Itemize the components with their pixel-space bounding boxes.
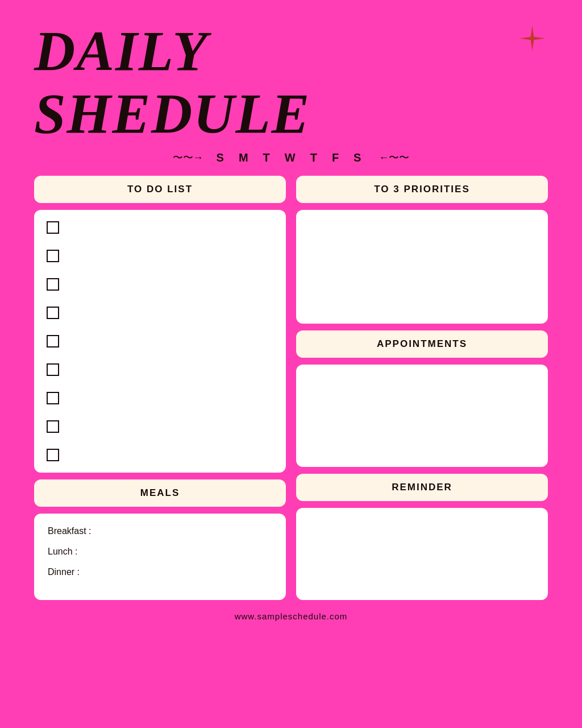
- checkbox-row-7: [47, 392, 273, 404]
- main-content: TO DO LIST MEALS Breakfast : Lunch : Din…: [34, 176, 548, 600]
- appointments-header: APPOINTMENTS: [296, 330, 548, 358]
- todo-items-box: [34, 210, 286, 473]
- page: DAILY SHEDULE 〜〜→ S M T W T F S ←〜〜 TO D…: [0, 0, 582, 728]
- day-s1: S: [217, 151, 228, 164]
- footer: www.sampleschedule.com: [34, 611, 548, 621]
- priorities-header: TO 3 PRIORITIES: [296, 176, 548, 203]
- checkbox-4[interactable]: [47, 307, 59, 319]
- checkbox-row-1: [47, 221, 273, 234]
- right-column: TO 3 PRIORITIES APPOINTMENTS REMINDER: [296, 176, 548, 600]
- title-line2: SHEDULE: [34, 85, 548, 142]
- checkbox-9[interactable]: [47, 449, 59, 461]
- title-line1: DAILY: [34, 23, 548, 80]
- checkbox-row-8: [47, 420, 273, 433]
- wave-left-icon: 〜〜→: [173, 151, 203, 164]
- appointments-content-box: [296, 365, 548, 467]
- checkbox-1[interactable]: [47, 221, 59, 234]
- meals-content-box: Breakfast : Lunch : Dinner :: [34, 514, 286, 600]
- days-row: 〜〜→ S M T W T F S ←〜〜: [34, 151, 548, 164]
- checkbox-row-9: [47, 449, 273, 461]
- checkbox-5[interactable]: [47, 335, 59, 348]
- checkbox-row-5: [47, 335, 273, 348]
- day-t1: T: [263, 151, 275, 164]
- reminder-content-box: [296, 508, 548, 600]
- checkbox-6[interactable]: [47, 363, 59, 376]
- day-w: W: [285, 151, 300, 164]
- lunch-row: Lunch :: [48, 547, 272, 557]
- day-s2: S: [354, 151, 365, 164]
- day-m: M: [239, 151, 253, 164]
- star-icon: [519, 26, 545, 51]
- checkbox-2[interactable]: [47, 250, 59, 262]
- checkbox-row-6: [47, 363, 273, 376]
- page-title: DAILY SHEDULE: [34, 23, 548, 142]
- day-f: F: [332, 151, 343, 164]
- todo-list-header: TO DO LIST: [34, 176, 286, 203]
- days-letters: S M T W T F S: [217, 151, 366, 164]
- day-t2: T: [310, 151, 322, 164]
- website-url: www.sampleschedule.com: [235, 611, 348, 621]
- priorities-content-box: [296, 210, 548, 324]
- wave-right-icon: ←〜〜: [379, 151, 409, 164]
- left-column: TO DO LIST MEALS Breakfast : Lunch : Din…: [34, 176, 286, 600]
- checkbox-3[interactable]: [47, 278, 59, 291]
- checkbox-row-4: [47, 307, 273, 319]
- meals-header: MEALS: [34, 479, 286, 507]
- dinner-row: Dinner :: [48, 567, 272, 577]
- checkbox-row-2: [47, 250, 273, 262]
- breakfast-row: Breakfast :: [48, 526, 272, 536]
- checkbox-8[interactable]: [47, 420, 59, 433]
- checkbox-7[interactable]: [47, 392, 59, 404]
- reminder-header: REMINDER: [296, 474, 548, 501]
- checkbox-row-3: [47, 278, 273, 291]
